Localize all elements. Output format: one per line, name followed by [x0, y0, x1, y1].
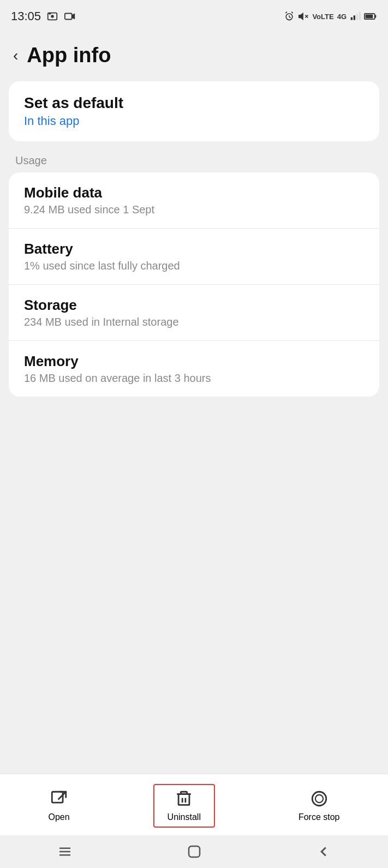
svg-line-9 [292, 12, 294, 14]
home-icon[interactable] [186, 843, 202, 860]
svg-marker-10 [299, 13, 303, 20]
status-time-area: 13:05 [11, 9, 76, 23]
set-as-default-title: Set as default [24, 94, 364, 112]
svg-marker-2 [48, 13, 52, 15]
memory-title: Memory [24, 353, 364, 370]
svg-rect-30 [189, 846, 200, 857]
video-icon [64, 10, 76, 22]
battery-icon [364, 11, 377, 22]
photo-icon [46, 10, 58, 22]
back-button[interactable]: ‹ [13, 47, 18, 64]
usage-section-label: Usage [0, 147, 388, 170]
svg-rect-13 [351, 17, 353, 20]
svg-rect-3 [65, 14, 72, 20]
signal-icon [350, 11, 361, 22]
svg-rect-18 [366, 15, 373, 19]
battery-subtitle: 1% used since last fully charged [24, 260, 364, 272]
storage-subtitle: 234 MB used in Internal storage [24, 316, 364, 328]
battery-title: Battery [24, 241, 364, 258]
memory-item[interactable]: Memory 16 MB used on average in last 3 h… [9, 341, 379, 397]
svg-rect-15 [356, 14, 358, 20]
header: ‹ App info [0, 33, 388, 76]
open-icon [50, 789, 68, 808]
alarm-icon [284, 11, 295, 22]
force-stop-button[interactable]: Force stop [285, 785, 353, 827]
mute-icon [298, 11, 309, 22]
storage-title: Storage [24, 297, 364, 314]
mobile-data-item[interactable]: Mobile data 9.24 MB used since 1 Sept [9, 172, 379, 229]
mobile-data-subtitle: 9.24 MB used since 1 Sept [24, 203, 364, 216]
force-stop-label: Force stop [299, 812, 340, 822]
in-this-app-link[interactable]: In this app [24, 114, 364, 128]
usage-list-card: Mobile data 9.24 MB used since 1 Sept Ba… [9, 172, 379, 397]
svg-rect-14 [354, 15, 355, 20]
volte-icon: VoLTE [312, 13, 333, 21]
status-bar: 13:05 VoLTE 4G [0, 0, 388, 33]
back-nav-icon[interactable] [315, 843, 332, 860]
svg-line-8 [286, 12, 288, 14]
svg-rect-19 [375, 15, 377, 17]
content-area: Set as default In this app Usage Mobile … [0, 81, 388, 478]
svg-point-25 [312, 792, 326, 806]
storage-item[interactable]: Storage 234 MB used in Internal storage [9, 285, 379, 341]
battery-item[interactable]: Battery 1% used since last fully charged [9, 229, 379, 285]
bottom-action-bar: Open Uninstall Force stop [0, 774, 388, 835]
trash-icon [175, 789, 193, 808]
open-label: Open [48, 812, 69, 822]
status-time: 13:05 [11, 9, 41, 23]
set-as-default-card[interactable]: Set as default In this app [9, 81, 379, 141]
svg-point-1 [51, 15, 54, 18]
memory-subtitle: 16 MB used on average in last 3 hours [24, 372, 364, 385]
page-title: App info [27, 44, 111, 67]
uninstall-button[interactable]: Uninstall [153, 784, 215, 828]
svg-point-26 [315, 795, 323, 803]
4g-icon: 4G [337, 13, 347, 21]
svg-rect-22 [178, 794, 189, 805]
svg-line-7 [289, 17, 291, 18]
uninstall-label: Uninstall [168, 812, 201, 822]
block-icon [310, 789, 329, 808]
svg-rect-16 [359, 12, 361, 20]
mobile-data-title: Mobile data [24, 184, 364, 201]
status-right-icons: VoLTE 4G [284, 11, 377, 22]
recents-icon[interactable] [57, 843, 73, 860]
nav-bar [0, 835, 388, 868]
open-button[interactable]: Open [35, 785, 82, 827]
